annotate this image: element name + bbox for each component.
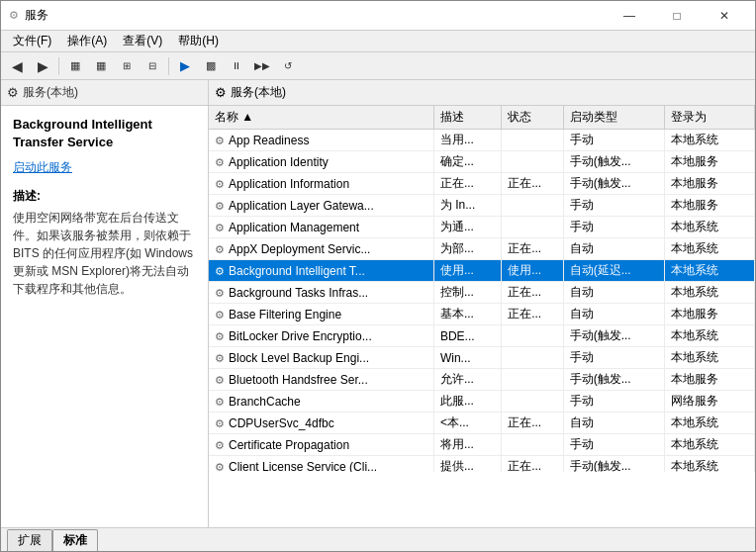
table-row[interactable]: ⚙CDPUserSvc_4dfbc<本...正在...自动本地系统 [209, 413, 755, 434]
tab-extended[interactable]: 扩展 [7, 529, 52, 551]
service-startup-cell: 手动 [563, 434, 664, 456]
service-gear-icon: ⚙ [215, 330, 225, 342]
service-name-cell: ⚙Certificate Propagation [209, 434, 433, 456]
right-panel-icon: ⚙ [215, 85, 227, 100]
services-table: 名称 ▲ 描述 状态 启动类型 登录为 ⚙App Readiness当用...手… [209, 106, 755, 472]
service-startup-cell: 自动 [563, 304, 664, 325]
service-desc-cell: 使用... [433, 260, 501, 282]
toolbar-btn-2[interactable]: ▦ [89, 55, 113, 77]
service-name-cell: ⚙Application Information [209, 173, 433, 195]
service-gear-icon: ⚙ [215, 178, 225, 190]
service-gear-icon: ⚙ [215, 156, 225, 168]
menu-item-f[interactable]: 文件(F) [5, 31, 59, 51]
service-startup-cell: 手动 [563, 347, 664, 369]
service-login-cell: 本地服务 [665, 195, 755, 217]
service-status-cell [502, 151, 564, 173]
toolbar-btn-3[interactable]: ⊞ [115, 55, 139, 77]
col-header-desc[interactable]: 描述 [433, 106, 501, 130]
table-row[interactable]: ⚙Base Filtering Engine基本...正在...自动本地服务 [209, 304, 755, 325]
service-name-cell: ⚙Application Management [209, 217, 433, 238]
service-gear-icon: ⚙ [215, 439, 225, 451]
left-panel: ⚙ 服务(本地) Background Intelligent Transfer… [1, 80, 209, 527]
menu-item-v[interactable]: 查看(V) [115, 31, 170, 51]
table-row[interactable]: ⚙Background Tasks Infras...控制...正在...自动本… [209, 282, 755, 304]
close-button[interactable]: ✕ [702, 1, 747, 31]
forward-button[interactable]: ▶ [31, 55, 54, 77]
service-login-cell: 本地系统 [665, 260, 755, 282]
window-title: 服务 [25, 7, 48, 24]
maximize-button[interactable]: □ [654, 1, 700, 31]
service-login-cell: 本地系统 [665, 347, 755, 369]
service-desc-cell: 此服... [433, 391, 501, 413]
table-header-row: 名称 ▲ 描述 状态 启动类型 登录为 [209, 106, 755, 130]
service-gear-icon: ⚙ [215, 287, 225, 299]
right-panel: ⚙ 服务(本地) 名称 ▲ 描述 状态 启动类型 登录为 [209, 80, 755, 527]
menu-item-a[interactable]: 操作(A) [59, 31, 115, 51]
service-gear-icon: ⚙ [215, 200, 225, 212]
table-row[interactable]: ⚙App Readiness当用...手动本地系统 [209, 130, 755, 151]
service-gear-icon: ⚙ [215, 265, 225, 277]
toolbar-btn-9[interactable]: ↺ [276, 55, 300, 77]
service-desc-cell: 将用... [433, 434, 501, 456]
service-desc-cell: Win... [433, 347, 501, 369]
toolbar-btn-6[interactable]: ▩ [199, 55, 223, 77]
minimize-button[interactable]: — [607, 1, 652, 31]
app-icon: ⚙ [9, 9, 19, 22]
table-row[interactable]: ⚙Application Identity确定...手动(触发...本地服务 [209, 151, 755, 173]
service-startup-cell: 手动(触发... [563, 325, 664, 347]
service-login-cell: 本地系统 [665, 325, 755, 347]
col-header-startup[interactable]: 启动类型 [563, 106, 664, 130]
service-gear-icon: ⚙ [215, 352, 225, 364]
tab-standard[interactable]: 标准 [52, 529, 98, 551]
service-name-cell: ⚙Background Intelligent T... [209, 260, 433, 282]
table-row[interactable]: ⚙AppX Deployment Servic...为部...正在...自动本地… [209, 238, 755, 260]
col-header-name[interactable]: 名称 ▲ [209, 106, 433, 130]
table-row[interactable]: ⚙Client License Service (Cli...提供...正在..… [209, 456, 755, 473]
service-info-panel: Background Intelligent Transfer Service … [1, 106, 208, 527]
service-name-cell: ⚙Background Tasks Infras... [209, 282, 433, 304]
main-content: ⚙ 服务(本地) Background Intelligent Transfer… [1, 80, 755, 527]
toolbar-btn-1[interactable]: ▦ [63, 55, 87, 77]
service-desc-cell: 当用... [433, 130, 501, 151]
back-button[interactable]: ◀ [5, 55, 29, 77]
table-row[interactable]: ⚙Application Layer Gatewa...为 In...手动本地服… [209, 195, 755, 217]
service-desc-cell: 为通... [433, 217, 501, 238]
table-row[interactable]: ⚙Bluetooth Handsfree Ser...允许...手动(触发...… [209, 369, 755, 391]
service-startup-cell: 自动 [563, 413, 664, 434]
table-row[interactable]: ⚙Application Information正在...正在...手动(触发.… [209, 173, 755, 195]
toolbar-btn-7[interactable]: ⏸ [225, 55, 248, 77]
service-login-cell: 本地系统 [665, 130, 755, 151]
table-row[interactable]: ⚙Certificate Propagation将用...手动本地系统 [209, 434, 755, 456]
service-startup-cell: 手动(触发... [563, 456, 664, 473]
service-login-cell: 本地服务 [665, 304, 755, 325]
service-desc-cell: 为部... [433, 238, 501, 260]
toolbar-btn-5[interactable]: ▶ [173, 55, 197, 77]
service-description: 使用空闲网络带宽在后台传送文件。如果该服务被禁用，则依赖于 BITS 的任何应用… [13, 209, 196, 298]
services-table-container[interactable]: 名称 ▲ 描述 状态 启动类型 登录为 ⚙App Readiness当用...手… [209, 106, 755, 472]
table-row[interactable]: ⚙Background Intelligent T...使用...使用...自动… [209, 260, 755, 282]
service-login-cell: 本地服务 [665, 151, 755, 173]
table-row[interactable]: ⚙Block Level Backup Engi...Win...手动本地系统 [209, 347, 755, 369]
start-service-link[interactable]: 启动此服务 [13, 159, 196, 176]
service-name-cell: ⚙App Readiness [209, 130, 433, 151]
service-login-cell: 本地系统 [665, 434, 755, 456]
service-status-cell [502, 217, 564, 238]
col-header-status[interactable]: 状态 [502, 106, 564, 130]
col-header-login[interactable]: 登录为 [665, 106, 755, 130]
service-status-cell [502, 325, 564, 347]
status-tabs: 扩展 标准 [7, 529, 98, 551]
service-startup-cell: 手动(触发... [563, 151, 664, 173]
service-gear-icon: ⚙ [215, 461, 225, 473]
table-row[interactable]: ⚙BitLocker Drive Encryptio...BDE...手动(触发… [209, 325, 755, 347]
status-bar: 扩展 标准 [1, 527, 755, 551]
menu-item-h[interactable]: 帮助(H) [170, 31, 227, 51]
toolbar-btn-8[interactable]: ▶▶ [250, 55, 274, 77]
service-login-cell: 本地系统 [665, 282, 755, 304]
service-status-cell [502, 391, 564, 413]
table-row[interactable]: ⚙BranchCache此服...手动网络服务 [209, 391, 755, 413]
toolbar-btn-4[interactable]: ⊟ [141, 55, 164, 77]
table-row[interactable]: ⚙Application Management为通...手动本地系统 [209, 217, 755, 238]
service-desc-cell: BDE... [433, 325, 501, 347]
service-name-cell: ⚙CDPUserSvc_4dfbc [209, 413, 433, 434]
service-gear-icon: ⚙ [215, 396, 225, 408]
